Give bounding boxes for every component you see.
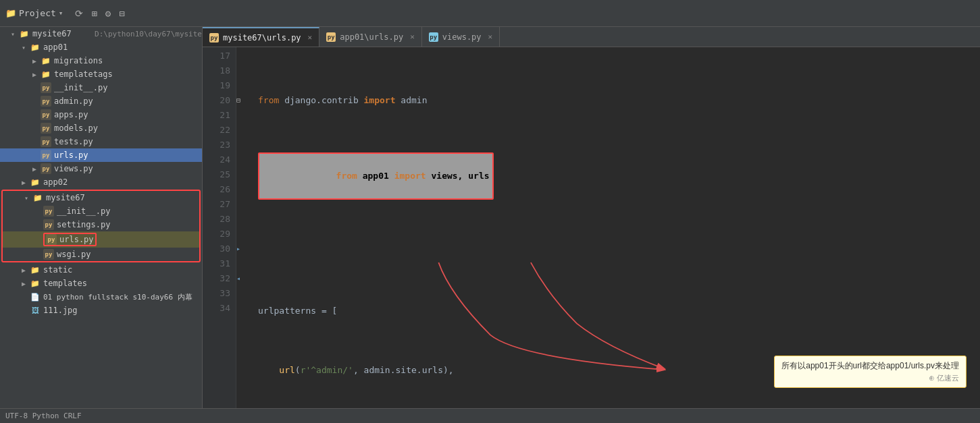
annotation-source: ⊕ 亿速云 <box>781 373 959 383</box>
settings-icon[interactable]: ⚙ <box>103 7 113 20</box>
root-label: mysite67 <box>32 29 92 38</box>
urls-mysite67-red-box: py urls.py <box>43 233 97 246</box>
urls-mysite67-label: urls.py <box>59 235 94 244</box>
tab-close-app01-urls[interactable]: ✕ <box>410 32 415 41</box>
sidebar-item-admin[interactable]: ▶ py admin.py <box>0 94 202 108</box>
sidebar-item-apps[interactable]: ▶ py apps.py <box>0 108 202 121</box>
sidebar-item-mysite67-folder[interactable]: ▾ 📁 mysite67 <box>3 191 199 204</box>
mysite67-group-red-box: ▾ 📁 mysite67 ▶ py __init__.py ▶ py setti… <box>1 190 201 262</box>
sidebar-item-app02[interactable]: ▶ 📁 app02 <box>0 175 202 189</box>
templatetags-folder-icon: 📁 <box>41 69 51 80</box>
mysite67-folder-label: mysite67 <box>46 193 199 202</box>
sidebar-item-urls-mysite67[interactable]: ▶ py urls.py <box>3 231 199 248</box>
apps-py-icon: py <box>41 109 51 120</box>
project-section: 📁 Project ▾ <box>0 0 68 26</box>
app01-folder-icon: 📁 <box>30 42 41 53</box>
sidebar-item-views-app01[interactable]: ▶ py views.py <box>0 162 202 175</box>
folder-icon: 📁 <box>5 8 16 18</box>
bottom-status: UTF-8 Python CRLF <box>5 412 82 420</box>
jpg-file-icon: 🖼 <box>30 305 41 316</box>
sidebar-item-tests[interactable]: ▶ py tests.py <box>0 135 202 148</box>
app02-label: app02 <box>43 177 202 187</box>
dropdown-arrow[interactable]: ▾ <box>59 9 63 18</box>
tab-icon-app01-urls: py <box>326 32 336 42</box>
sidebar-item-fullstack[interactable]: ▶ 📄 01 python fullstack s10-day66 内幕 <box>0 290 202 304</box>
migrations-folder-icon: 📁 <box>41 55 51 66</box>
admin-label: admin.py <box>54 96 202 106</box>
settings-label: settings.py <box>57 220 199 229</box>
root-path: D:\python10\day67\mysite <box>95 30 202 38</box>
bottom-bar: UTF-8 Python CRLF <box>0 408 980 423</box>
models-py-icon: py <box>41 123 51 134</box>
tab-views[interactable]: py views.py ✕ <box>422 27 500 47</box>
templatetags-label: templatetags <box>54 69 202 79</box>
app02-folder-icon: 📁 <box>30 177 41 188</box>
sidebar-item-wsgi[interactable]: ▶ py wsgi.py <box>3 248 199 261</box>
code-line-20: urlpatterns = [ <box>258 304 980 318</box>
static-folder-icon: 📁 <box>30 264 41 275</box>
fullstack-label: 01 python fullstack s10-day66 内幕 <box>43 292 202 302</box>
init-app01-label: __init__.py <box>54 83 202 92</box>
sidebar-item-static[interactable]: ▶ 📁 static <box>0 263 202 277</box>
tab-label-mysite67-urls: mysite67\urls.py <box>223 33 301 43</box>
code-line-17: from django.contrib import admin <box>258 93 980 108</box>
urls-app01-py-icon: py <box>41 150 51 161</box>
sidebar-item-urls-app01[interactable]: ▶ py urls.py <box>0 148 202 162</box>
tab-mysite67-urls[interactable]: py mysite67\urls.py ✕ <box>203 27 319 47</box>
sidebar-item-models[interactable]: ▶ py models.py <box>0 121 202 135</box>
tab-icon-urls-mysite67: py <box>209 33 219 43</box>
apps-label: apps.py <box>54 110 202 119</box>
urls-app01-label: urls.py <box>54 150 202 160</box>
code-lines: from django.contrib import admin from ap… <box>247 47 980 408</box>
tab-close-views[interactable]: ✕ <box>488 32 493 41</box>
tests-py-icon: py <box>41 136 51 147</box>
sidebar-item-templatetags[interactable]: ▶ 📁 templatetags <box>0 67 202 81</box>
gutter: ⊟ ▸ ◂ <box>236 47 247 408</box>
top-toolbar: ⟳ ⊞ ⚙ ⊟ <box>68 7 131 20</box>
tree-root[interactable]: ▾ 📁 mysite67 D:\python10\day67\mysite <box>0 27 202 40</box>
code-line-19 <box>258 244 980 259</box>
code-editor[interactable]: 17 18 19 20 21 22 23 24 25 26 27 28 29 3… <box>203 47 980 408</box>
sidebar-item-settings[interactable]: ▶ py settings.py <box>3 218 199 231</box>
sidebar-item-migrations[interactable]: ▶ 📁 migrations <box>0 54 202 67</box>
app01-label: app01 <box>43 43 202 52</box>
annotation-source-name: 亿速云 <box>937 374 959 382</box>
code-line-18: from app01 import views, urls <box>258 152 980 200</box>
static-label: static <box>43 265 202 275</box>
main-content: ▾ 📁 mysite67 D:\python10\day67\mysite ▾ … <box>0 27 980 408</box>
fullstack-file-icon: 📄 <box>30 291 41 302</box>
jpg-label: 111.jpg <box>43 306 202 315</box>
annotation-box: 所有以app01开头的url都交给app01/urls.pv来处理 ⊕ 亿速云 <box>774 356 966 388</box>
init-mysite67-label: __init__.py <box>57 206 199 216</box>
tests-label: tests.py <box>54 137 202 146</box>
settings-py-icon: py <box>43 219 54 230</box>
sync-icon[interactable]: ⟳ <box>72 7 86 20</box>
top-bar: 📁 Project ▾ ⟳ ⊞ ⚙ ⊟ <box>0 0 980 27</box>
migrations-label: migrations <box>54 56 202 65</box>
sidebar-item-init-app01[interactable]: ▶ py __init__.py <box>0 81 202 94</box>
tab-label-app01-urls: app01\urls.py <box>340 32 403 42</box>
sidebar-item-jpg[interactable]: ▶ 🖼 111.jpg <box>0 304 202 317</box>
mysite67-folder-icon: 📁 <box>32 192 43 203</box>
models-label: models.py <box>54 123 202 133</box>
sidebar-item-templates[interactable]: ▶ 📁 templates <box>0 277 202 290</box>
hierarchical-icon[interactable]: ⊞ <box>88 7 99 20</box>
init-mysite67-py-icon: py <box>43 206 54 217</box>
tab-app01-urls[interactable]: py app01\urls.py ✕ <box>319 27 422 47</box>
urls-mysite67-py-icon: py <box>46 234 57 245</box>
py-file-icon: py <box>41 82 51 93</box>
root-folder-icon: 📁 <box>19 28 30 39</box>
tab-label-views: views.py <box>442 32 482 42</box>
line-numbers: 17 18 19 20 21 22 23 24 25 26 27 28 29 3… <box>203 47 236 408</box>
code-content: 17 18 19 20 21 22 23 24 25 26 27 28 29 3… <box>203 47 980 408</box>
project-tree: ▾ 📁 mysite67 D:\python10\day67\mysite ▾ … <box>0 27 203 408</box>
annotation-text: 所有以app01开头的url都交给app01/urls.pv来处理 <box>781 360 959 372</box>
sidebar-item-init-mysite67[interactable]: ▶ py __init__.py <box>3 204 199 218</box>
annotation-logo: ⊕ <box>929 374 935 382</box>
templates-label: templates <box>43 279 202 288</box>
collapse-icon[interactable]: ⊟ <box>116 7 127 20</box>
tab-icon-views: py <box>429 32 438 42</box>
tab-close-mysite67-urls[interactable]: ✕ <box>308 33 313 42</box>
wsgi-label: wsgi.py <box>57 250 199 259</box>
sidebar-item-app01[interactable]: ▾ 📁 app01 <box>0 40 202 54</box>
